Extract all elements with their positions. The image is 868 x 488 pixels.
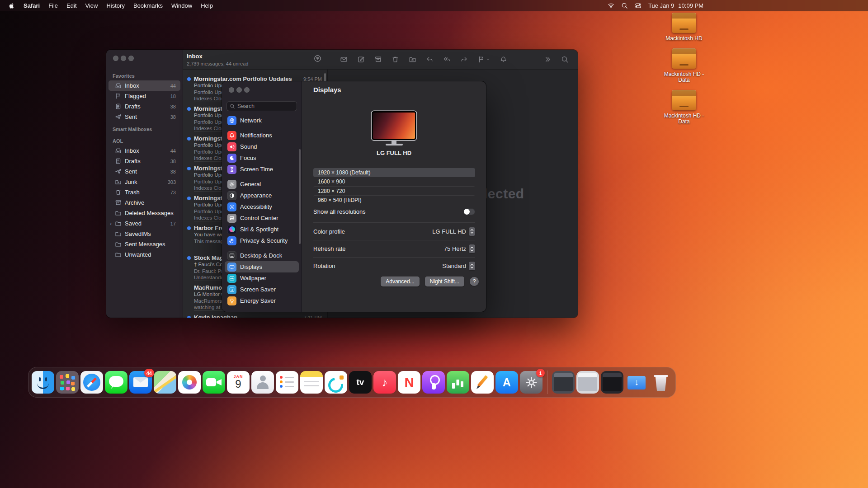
settings-nav-desktop-dock[interactable]: Desktop & Dock: [225, 250, 299, 261]
resolution-option[interactable]: 1280 × 720: [313, 186, 475, 195]
sidebar-item-inbox[interactable]: Inbox44: [108, 80, 180, 91]
wifi-icon[interactable]: [608, 2, 614, 9]
sidebar-item-unwanted[interactable]: Unwanted: [108, 249, 180, 260]
dock-settings-icon[interactable]: 1: [520, 371, 542, 394]
dock-window3-icon[interactable]: [601, 371, 623, 394]
dock-podcasts-icon[interactable]: [422, 371, 445, 394]
filter-icon[interactable]: [314, 55, 321, 62]
control-center-icon[interactable]: [635, 2, 642, 9]
desktop-drive-3[interactable]: Mackintosh HD - Data: [662, 90, 706, 125]
mail-toolbar-junk-button[interactable]: [409, 56, 416, 63]
mail-toolbar-reply-button[interactable]: [426, 56, 434, 63]
dock-news-icon[interactable]: N: [398, 371, 420, 394]
menu-window[interactable]: Window: [171, 2, 192, 9]
settings-nav-sound[interactable]: Sound: [225, 141, 299, 152]
dock-photos-icon[interactable]: [178, 371, 201, 394]
menu-history[interactable]: History: [106, 2, 124, 9]
menu-help[interactable]: Help: [201, 2, 213, 9]
sidebar-item-sent[interactable]: Sent38: [108, 166, 180, 177]
menu-bookmarks[interactable]: Bookmarks: [133, 2, 163, 9]
apple-menu-icon[interactable]: [8, 2, 15, 9]
dock-window1-icon[interactable]: [552, 371, 575, 394]
dock-mail-icon[interactable]: 44: [129, 371, 152, 394]
settings-search[interactable]: [226, 101, 297, 111]
sidebar-item-drafts[interactable]: Drafts38: [108, 156, 180, 166]
settings-zoom-button[interactable]: [244, 87, 250, 93]
message-row[interactable]: Kevin lenaghan7:11 PM: [183, 311, 327, 318]
help-button[interactable]: ?: [470, 277, 479, 286]
menu-edit[interactable]: Edit: [66, 2, 76, 9]
dock-facetime-icon[interactable]: [203, 371, 225, 394]
mail-toolbar-archive-button[interactable]: [374, 56, 382, 63]
settings-nav-screen-saver[interactable]: Screen Saver: [225, 284, 299, 295]
dock-notes-icon[interactable]: [300, 371, 323, 394]
dock-downloads-icon[interactable]: [625, 371, 648, 394]
dock-music-icon[interactable]: ♪: [373, 371, 396, 394]
sidebar-item-inbox[interactable]: Inbox44: [108, 145, 180, 156]
mail-toolbar-envelope-button[interactable]: [340, 56, 348, 63]
active-app-menu[interactable]: Safari: [24, 2, 40, 9]
settings-nav-appearance[interactable]: Appearance: [225, 190, 299, 201]
color-profile-stepper[interactable]: [469, 227, 475, 236]
settings-nav-energy-saver[interactable]: Energy Saver: [225, 295, 299, 306]
resolution-option[interactable]: 1600 × 900: [313, 177, 475, 186]
mail-toolbar-mute-button[interactable]: [500, 56, 507, 63]
settings-nav-displays[interactable]: Displays: [225, 261, 299, 272]
menu-bar-clock[interactable]: Tue Jan 9 10:09 PM: [648, 2, 703, 9]
dock-calendar-icon[interactable]: JAN 9: [227, 371, 250, 394]
advanced-button[interactable]: Advanced...: [381, 277, 419, 286]
dock-chart-icon[interactable]: [447, 371, 469, 394]
sidebar-item-savedims[interactable]: SavedIMs: [108, 229, 180, 239]
dock-messages-icon[interactable]: [105, 371, 127, 394]
sidebar-item-trash[interactable]: Trash73: [108, 187, 180, 197]
dock-finder-icon[interactable]: [32, 371, 54, 394]
sidebar-item-junk[interactable]: Junk303: [108, 177, 180, 187]
disclosure-chevron-icon[interactable]: ›: [110, 220, 112, 226]
dock-pages-icon[interactable]: [471, 371, 494, 394]
settings-minimize-button[interactable]: [236, 87, 242, 93]
resolution-option[interactable]: 868 × 488 (Default): [313, 168, 475, 177]
mail-toolbar-reply-all-button[interactable]: [443, 56, 451, 63]
search-input[interactable]: [237, 103, 294, 109]
mail-toolbar-search-button[interactable]: [561, 56, 569, 63]
dock-safari-icon[interactable]: [80, 371, 103, 394]
menu-view[interactable]: View: [85, 2, 98, 9]
mail-minimize-button[interactable]: [121, 56, 126, 61]
settings-nav-siri-spotlight[interactable]: Siri & Spotlight: [225, 224, 299, 235]
settings-nav-wallpaper[interactable]: Wallpaper: [225, 272, 299, 284]
sidebar-item-flagged[interactable]: Flagged18: [108, 91, 180, 101]
settings-nav-notifications[interactable]: Notifications: [225, 130, 299, 141]
dock-tv-icon[interactable]: tv: [349, 371, 372, 394]
dock-reminders-icon[interactable]: [276, 371, 298, 394]
sidebar-item-sent[interactable]: Sent38: [108, 112, 180, 122]
sidebar-item-sent-messages[interactable]: Sent Messages: [108, 239, 180, 249]
dock-appstore-icon[interactable]: A: [495, 371, 518, 394]
settings-nav-screen-time[interactable]: Screen Time: [225, 164, 299, 175]
dock-contacts-icon[interactable]: [251, 371, 274, 394]
settings-close-button[interactable]: [229, 87, 234, 93]
night-shift-button[interactable]: Night Shift...: [425, 277, 464, 286]
settings-nav-control-center[interactable]: Control Center: [225, 212, 299, 224]
settings-nav-privacy-security[interactable]: Privacy & Security: [225, 235, 299, 246]
settings-nav-network[interactable]: Network: [225, 115, 299, 126]
settings-nav-focus[interactable]: Focus: [225, 152, 299, 164]
refresh-rate-stepper[interactable]: [469, 244, 475, 253]
settings-nav-accessibility[interactable]: Accessibility: [225, 201, 299, 212]
rotation-stepper[interactable]: [469, 262, 475, 270]
sidebar-item-deleted-messages[interactable]: Deleted Messages: [108, 208, 180, 218]
desktop-drive-2[interactable]: Mackintosh HD - Data: [662, 48, 706, 83]
search-icon[interactable]: [621, 2, 628, 9]
resolution-option[interactable]: 960 × 540 (HiDPI): [313, 195, 475, 204]
dock-window2-icon[interactable]: [576, 371, 599, 394]
mail-toolbar-compose-button[interactable]: [357, 56, 365, 63]
dock-launchpad-icon[interactable]: [56, 371, 79, 394]
mail-toolbar-flag-button[interactable]: [477, 56, 490, 63]
dock-maps-icon[interactable]: [154, 371, 176, 394]
desktop-drive-1[interactable]: Mackintosh HD: [662, 13, 706, 42]
show-all-toggle[interactable]: [463, 208, 475, 215]
mail-toolbar-forward-button[interactable]: [460, 56, 468, 63]
menu-file[interactable]: File: [48, 2, 58, 9]
sidebar-item-drafts[interactable]: Drafts38: [108, 101, 180, 112]
mail-toolbar-more-button[interactable]: [544, 56, 552, 63]
sidebar-item-archive[interactable]: Archive: [108, 197, 180, 208]
